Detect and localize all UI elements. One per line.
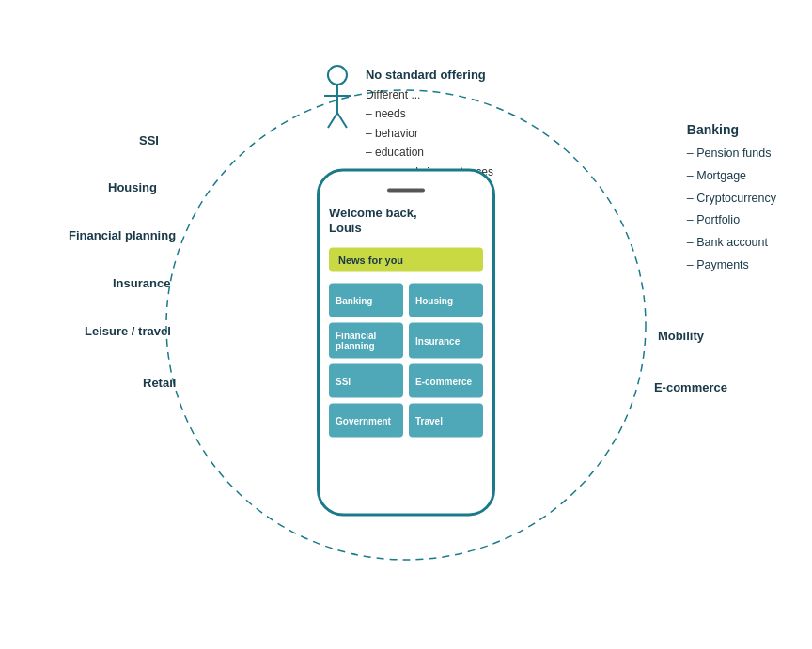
label-housing-left: Housing: [108, 180, 157, 194]
banking-item: – Bank account: [687, 232, 776, 255]
phone-grid: Banking Housing Financial planning Insur…: [329, 284, 483, 438]
ecommerce-tile[interactable]: E-commerce: [409, 364, 483, 398]
label-ssi-left: SSI: [139, 133, 159, 147]
label-insurance: Insurance: [113, 276, 170, 290]
ssi-tile[interactable]: SSI: [329, 364, 403, 398]
phone-greeting: Welcome back,Louis: [329, 205, 483, 237]
diagram-container: No standard offering Different ... – nee…: [0, 0, 812, 649]
banking-tile[interactable]: Banking: [329, 284, 403, 317]
banking-item: – Cryptocurrency: [687, 188, 776, 210]
label-retail: Retail: [143, 376, 176, 390]
person-icon: [319, 64, 356, 131]
travel-tile[interactable]: Travel: [409, 404, 483, 438]
financial-tile[interactable]: Financial planning: [329, 323, 403, 359]
phone-mockup: Welcome back,Louis News for you Banking …: [317, 168, 495, 516]
phone-notch: [387, 188, 425, 192]
label-leisure-travel: Leisure / travel: [85, 324, 171, 338]
banking-item: – Payments: [687, 255, 776, 277]
label-ecommerce: E-commerce: [654, 380, 727, 394]
government-tile[interactable]: Government: [329, 404, 403, 438]
label-mobility: Mobility: [658, 329, 704, 343]
svg-line-5: [337, 113, 347, 128]
label-financial-planning: Financial planning: [69, 228, 176, 242]
svg-line-4: [328, 113, 337, 128]
housing-tile[interactable]: Housing: [409, 284, 483, 317]
banking-list: – Pension funds – Mortgage – Cryptocurre…: [687, 143, 776, 277]
news-button[interactable]: News for you: [329, 248, 483, 272]
top-section: No standard offering Different ... – nee…: [319, 64, 493, 181]
insurance-tile[interactable]: Insurance: [409, 323, 483, 359]
banking-section: Banking – Pension funds – Mortgage – Cry…: [687, 122, 776, 277]
banking-item: – Pension funds: [687, 143, 776, 165]
svg-point-1: [328, 66, 347, 85]
banking-title: Banking: [687, 122, 776, 137]
top-description: No standard offering Different ... – nee…: [366, 64, 493, 181]
banking-item: – Portfolio: [687, 209, 776, 232]
banking-item: – Mortgage: [687, 165, 776, 188]
